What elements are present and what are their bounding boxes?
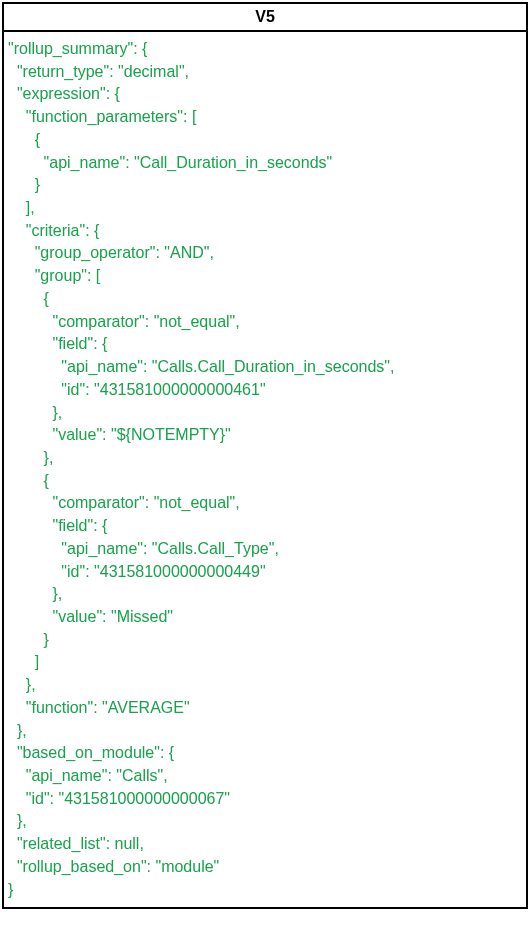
header-title: V5: [255, 8, 275, 25]
code-panel: V5 "rollup_summary": { "return_type": "d…: [2, 2, 528, 909]
json-code-block: "rollup_summary": { "return_type": "deci…: [4, 32, 526, 907]
panel-header: V5: [4, 4, 526, 32]
